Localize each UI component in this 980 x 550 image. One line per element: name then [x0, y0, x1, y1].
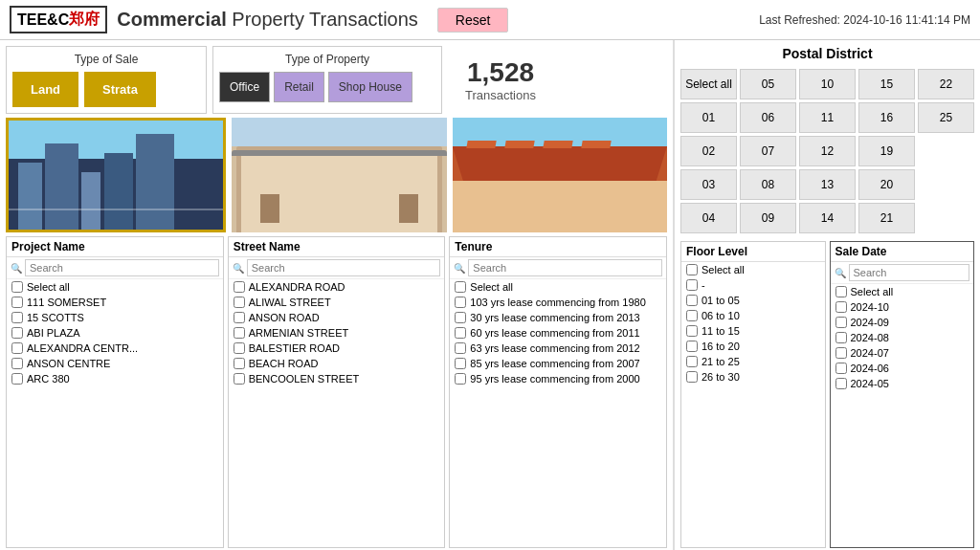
- floor-16to20-checkbox[interactable]: [686, 341, 698, 352]
- project-name-search-input[interactable]: [25, 259, 219, 276]
- filters-top-row: Type of Sale Land Strata Type of Propert…: [6, 46, 667, 114]
- project-name-111somerset-checkbox[interactable]: [11, 297, 23, 308]
- district-05-button[interactable]: 05: [740, 69, 796, 99]
- sale-date-202406-checkbox[interactable]: [835, 363, 847, 374]
- street-bencoolen-checkbox[interactable]: [234, 373, 245, 385]
- sale-date-search-input[interactable]: [849, 264, 970, 281]
- main-content: Type of Sale Land Strata Type of Propert…: [0, 40, 980, 550]
- district-09-button[interactable]: 09: [740, 203, 796, 233]
- images-row: [6, 118, 667, 232]
- district-06-button[interactable]: 06: [740, 102, 796, 133]
- list-item: -: [681, 277, 825, 293]
- street-beach-checkbox[interactable]: [234, 358, 245, 369]
- transactions-count: 1,528: [467, 57, 534, 88]
- floor-06to10-checkbox[interactable]: [686, 310, 698, 321]
- tenure-search-row: 🔍: [450, 257, 666, 279]
- list-item: 21 to 25: [681, 354, 825, 369]
- right-panel: Postal District Select all 05 10 15 22 0…: [674, 40, 980, 550]
- project-name-selectall-checkbox[interactable]: [11, 281, 23, 293]
- floor-dash-checkbox[interactable]: [686, 279, 698, 291]
- district-15-button[interactable]: 15: [858, 69, 915, 99]
- list-item: 85 yrs lease commencing from 2007: [450, 356, 666, 371]
- list-item: ANSON CENTRE: [7, 356, 223, 371]
- tenure-30-checkbox[interactable]: [455, 312, 466, 323]
- prop-type-retail-button[interactable]: Retail: [274, 72, 324, 102]
- floor-26to30-checkbox[interactable]: [686, 371, 698, 383]
- floor-21to25-checkbox[interactable]: [686, 356, 698, 367]
- project-name-alexcentre-checkbox[interactable]: [11, 342, 23, 354]
- tenure-95-checkbox[interactable]: [455, 373, 466, 385]
- district-22-button[interactable]: 22: [918, 69, 974, 99]
- prop-type-shophouse-button[interactable]: Shop House: [328, 72, 412, 102]
- district-25-button[interactable]: 25: [918, 102, 974, 133]
- sale-type-strata-button[interactable]: Strata: [84, 72, 156, 107]
- district-16-button[interactable]: 16: [858, 102, 915, 133]
- project-name-filter: Project Name 🔍 Select all 111 SOMERSET 1…: [6, 236, 224, 548]
- district-selectall-button[interactable]: Select all: [680, 69, 737, 99]
- tenure-103-checkbox[interactable]: [455, 297, 466, 308]
- district-07-button[interactable]: 07: [740, 136, 796, 166]
- sale-date-202408-checkbox[interactable]: [835, 332, 847, 343]
- sale-date-202407-checkbox[interactable]: [835, 347, 847, 359]
- sale-date-search-row: 🔍: [831, 262, 974, 284]
- tenure-selectall-checkbox[interactable]: [455, 281, 466, 293]
- list-item: 103 yrs lease commencing from 1980: [450, 295, 666, 310]
- district-13-button[interactable]: 13: [799, 169, 856, 200]
- street-name-title: Street Name: [229, 237, 445, 257]
- sale-type-land-button[interactable]: Land: [12, 72, 78, 107]
- project-name-title: Project Name: [7, 237, 223, 257]
- sale-date-filter: Sale Date 🔍 Select all 2024-10 2024-09 2…: [830, 241, 975, 548]
- floor-11to15-checkbox[interactable]: [686, 325, 698, 337]
- district-08-button[interactable]: 08: [740, 169, 796, 200]
- floor-selectall-checkbox[interactable]: [686, 264, 698, 275]
- tenure-60-checkbox[interactable]: [455, 327, 466, 339]
- shophouse-image[interactable]: [453, 118, 667, 232]
- district-04-button[interactable]: 04: [680, 203, 737, 233]
- sale-date-selectall-checkbox[interactable]: [835, 286, 847, 297]
- list-item: 15 SCOTTS: [7, 310, 223, 325]
- floor-level-title: Floor Level: [681, 242, 825, 262]
- tenure-search-input[interactable]: [468, 259, 662, 276]
- filter-lists-row: Project Name 🔍 Select all 111 SOMERSET 1…: [6, 236, 667, 548]
- list-item: 2024-08: [831, 330, 974, 345]
- list-item: BEACH ROAD: [229, 356, 445, 371]
- district-12-button[interactable]: 12: [799, 136, 856, 166]
- tenure-63-checkbox[interactable]: [455, 342, 466, 354]
- prop-type-office-button[interactable]: Office: [219, 72, 270, 102]
- street-name-search-input[interactable]: [247, 259, 441, 276]
- street-balestier-checkbox[interactable]: [234, 342, 245, 354]
- list-item: 2024-06: [831, 361, 974, 376]
- district-14-button[interactable]: 14: [799, 203, 856, 233]
- reset-button[interactable]: Reset: [437, 8, 509, 33]
- list-item: BALESTIER ROAD: [229, 341, 445, 356]
- postal-district-title: Postal District: [680, 46, 974, 61]
- type-sale-buttons: Land Strata: [12, 72, 200, 107]
- project-name-arc380-checkbox[interactable]: [11, 373, 23, 385]
- district-03-button[interactable]: 03: [680, 169, 737, 200]
- district-10-button[interactable]: 10: [799, 69, 856, 99]
- district-02-button[interactable]: 02: [680, 136, 737, 166]
- sale-date-202410-checkbox[interactable]: [835, 301, 847, 313]
- sale-date-202405-checkbox[interactable]: [835, 378, 847, 389]
- street-alexandra-checkbox[interactable]: [234, 281, 245, 293]
- project-name-15scotts-checkbox[interactable]: [11, 312, 23, 323]
- transactions-label: Transactions: [465, 88, 536, 102]
- tenure-85-checkbox[interactable]: [455, 358, 466, 369]
- district-19-button[interactable]: 19: [858, 136, 915, 166]
- list-item: BENCOOLEN STREET: [229, 371, 445, 386]
- project-name-ansoncentre-checkbox[interactable]: [11, 358, 23, 369]
- floor-01to05-checkbox[interactable]: [686, 295, 698, 306]
- district-21-button[interactable]: 21: [858, 203, 915, 233]
- district-01-button[interactable]: 01: [680, 102, 737, 133]
- street-aliwal-checkbox[interactable]: [234, 297, 245, 308]
- office-image[interactable]: [6, 118, 226, 232]
- district-11-button[interactable]: 11: [799, 102, 856, 133]
- retail-image[interactable]: [232, 118, 446, 232]
- sale-date-202409-checkbox[interactable]: [835, 317, 847, 328]
- list-item: Select all: [681, 262, 825, 277]
- tenure-title: Tenure: [450, 237, 666, 257]
- district-20-button[interactable]: 20: [858, 169, 915, 200]
- street-anson-checkbox[interactable]: [234, 312, 245, 323]
- street-armenian-checkbox[interactable]: [234, 327, 245, 339]
- project-name-abiplaza-checkbox[interactable]: [11, 327, 23, 339]
